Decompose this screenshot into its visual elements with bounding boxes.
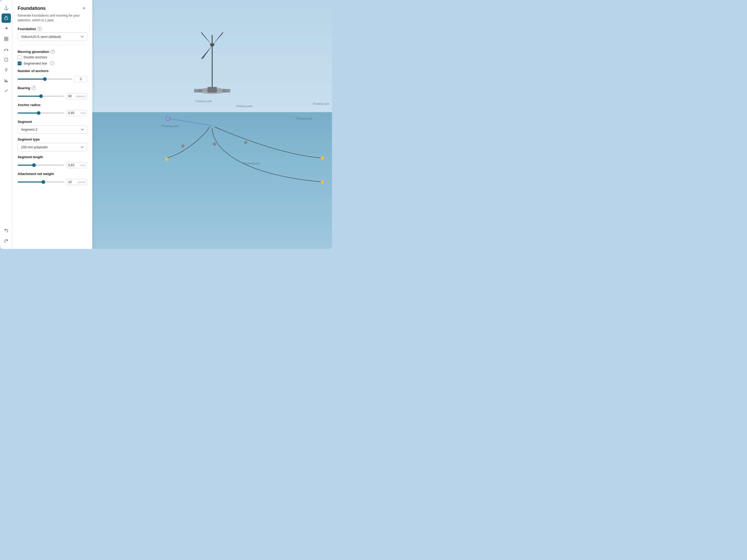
- double-anchors-label: Double anchors: [24, 55, 47, 59]
- segment-length-unit: km▾: [81, 164, 85, 167]
- svg-rect-26: [194, 89, 202, 92]
- foundation-label: Foundation ?: [18, 27, 87, 31]
- num-anchors-section: Number of anchors 3: [18, 69, 87, 82]
- svg-rect-4: [6, 37, 8, 38]
- anchor-toolbar-icon[interactable]: ⚓: [2, 3, 11, 12]
- double-anchors-row[interactable]: Double anchors: [18, 55, 87, 59]
- svg-rect-5: [4, 39, 6, 41]
- toolbar: ⚓: [0, 0, 12, 249]
- segment-chevron-icon: [81, 129, 84, 131]
- num-anchors-slider-row: 3: [18, 76, 87, 82]
- segmented-line-row[interactable]: Segmented line i: [18, 61, 87, 65]
- num-anchors-label: Number of anchors: [18, 69, 87, 73]
- shape-toolbar-icon[interactable]: [2, 55, 11, 64]
- bearing-slider[interactable]: [18, 96, 64, 97]
- bearing-unit: degrees: [76, 95, 85, 98]
- anchor-radius-label: Anchor radius: [18, 103, 87, 107]
- chart-toolbar-icon[interactable]: [2, 76, 11, 85]
- anchor-radius-slider-row: 0,85 km▾: [18, 110, 87, 116]
- bearing-slider-row: 60 degrees: [18, 93, 87, 99]
- svg-rect-16: [7, 81, 7, 82]
- svg-rect-25: [207, 87, 217, 92]
- svg-rect-14: [5, 80, 6, 82]
- bearing-value-display[interactable]: 60 degrees: [67, 93, 87, 99]
- attachment-section: Attachment net weight 10 tonnes: [18, 172, 87, 185]
- segmented-line-checkbox[interactable]: [18, 61, 22, 65]
- bearing-label: Bearing ?: [18, 86, 87, 90]
- panel-close-button[interactable]: ×: [81, 5, 87, 11]
- svg-rect-15: [6, 80, 6, 82]
- segment-type-chevron-icon: [81, 146, 84, 148]
- svg-rect-0: [5, 17, 8, 20]
- redo-toolbar-icon[interactable]: [2, 236, 11, 246]
- segment-length-value-display[interactable]: 0,63 km▾: [67, 162, 87, 168]
- wind-turbine: [189, 30, 235, 119]
- anchor-radius-section: Anchor radius 0,85 km▾: [18, 103, 87, 116]
- panel-subtitle: Generate foundations and mooring for you…: [12, 14, 92, 27]
- grid-toolbar-icon[interactable]: [2, 34, 11, 44]
- segment-type-dropdown[interactable]: 150 mm polyester: [18, 143, 87, 152]
- attachment-label: Attachment net weight: [18, 172, 87, 176]
- panel-title: Foundations: [18, 6, 46, 11]
- attachment-slider-row: 10 tonnes: [18, 179, 87, 185]
- sea-background: [92, 112, 332, 249]
- bearing-section: Bearing ? 60 degrees: [18, 86, 87, 99]
- num-anchors-value[interactable]: 3: [74, 76, 87, 82]
- segment-section: Segment Segment 2: [18, 120, 87, 134]
- segment-type-label: Segment type: [18, 137, 87, 141]
- foundations-panel: Foundations × Generate foundations and m…: [12, 0, 92, 249]
- panel-header: Foundations ×: [12, 0, 92, 14]
- mooring-info-icon[interactable]: ?: [51, 50, 55, 54]
- segmented-line-info-icon[interactable]: i: [50, 61, 54, 65]
- foundation-section: Foundation ? VolturnUS-S semi (default): [18, 27, 87, 41]
- double-anchors-checkbox[interactable]: [18, 55, 22, 59]
- foundation-dropdown[interactable]: VolturnUS-S semi (default): [18, 32, 87, 41]
- app-container: ⚓: [0, 0, 332, 249]
- num-anchors-slider[interactable]: [18, 79, 72, 80]
- bearing-info-icon[interactable]: ?: [32, 86, 36, 90]
- svg-rect-9: [5, 58, 8, 61]
- segment-length-section: Segment length 0,63 km▾: [18, 155, 87, 168]
- segment-type-section: Segment type 150 mm polyester: [18, 137, 87, 152]
- curve-toolbar-icon[interactable]: [2, 45, 11, 54]
- foundation-toolbar-icon[interactable]: [2, 14, 11, 23]
- segment-length-slider-row: 0,63 km▾: [18, 162, 87, 168]
- ruler-toolbar-icon[interactable]: [2, 86, 11, 96]
- attachment-slider[interactable]: [18, 182, 64, 183]
- svg-rect-27: [223, 89, 230, 92]
- svg-point-8: [7, 50, 8, 51]
- svg-point-10: [5, 69, 7, 71]
- svg-rect-3: [4, 37, 6, 38]
- segment-dropdown[interactable]: Segment 2: [18, 125, 87, 134]
- panel-content: Foundation ? VolturnUS-S semi (default) …: [12, 27, 92, 190]
- anchor-radius-value-display[interactable]: 0,85 km▾: [67, 110, 87, 116]
- segment-label: Segment: [18, 120, 87, 124]
- mooring-section: Mooring generation ? Double anchors Segm…: [18, 50, 87, 65]
- foundation-info-icon[interactable]: ?: [37, 27, 42, 31]
- undo-toolbar-icon[interactable]: [2, 226, 11, 235]
- bolt-toolbar-icon[interactable]: [2, 24, 11, 33]
- segment-length-label: Segment length: [18, 155, 87, 159]
- segmented-line-label: Segmented line: [24, 61, 47, 65]
- dropdown-chevron-icon: [81, 36, 84, 38]
- mooring-label: Mooring generation ?: [18, 50, 87, 54]
- svg-rect-23: [210, 43, 214, 46]
- attachment-unit: tonnes: [78, 181, 85, 184]
- anchor-radius-slider[interactable]: [18, 112, 64, 113]
- anchor-radius-unit: km▾: [81, 112, 85, 114]
- svg-rect-6: [6, 39, 8, 41]
- pin-toolbar-icon[interactable]: [2, 65, 11, 75]
- attachment-value-display[interactable]: 10 tonnes: [67, 179, 87, 185]
- viewport[interactable]: Floating park Floating park Floating par…: [92, 0, 332, 249]
- svg-point-7: [4, 50, 5, 51]
- segment-length-slider[interactable]: [18, 165, 64, 166]
